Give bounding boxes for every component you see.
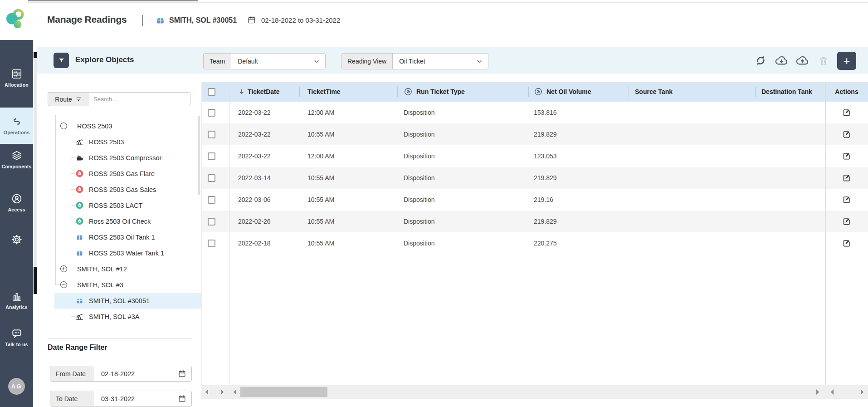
plus-circle-icon[interactable] [59,265,68,273]
tank-icon [75,233,84,241]
scroll-left-arrow[interactable] [205,389,208,395]
from-date-input[interactable]: 02-18-2022 [93,370,178,378]
pumpjack-icon [75,312,84,321]
row-checkbox[interactable] [208,196,215,204]
cell-destination-tank [755,232,825,254]
cell-ticketdate: 2022-02-26 [229,211,299,232]
tree-item-ross-2503-water-tank-1[interactable]: ROSS 2503 Water Tank 1 [37,245,201,261]
sidebar-item-access[interactable]: Access [0,193,33,229]
sidebar-item-gear[interactable] [0,234,33,254]
column-header-net-oil-volume[interactable]: Net Oil Volume [528,82,629,102]
app-logo[interactable] [5,6,26,33]
team-select[interactable]: Team Default [203,53,326,69]
scroll-left-arrow[interactable] [831,389,834,395]
horizontal-scrollbar[interactable] [202,385,868,399]
search-input[interactable] [89,92,190,106]
sidebar-item-components[interactable]: Components [0,150,33,186]
tree-item-smith-sol-3[interactable]: SMITH, SOL #3 [37,277,201,293]
tree-item-ross-2503-oil-check[interactable]: Ross 2503 Oil Check [37,213,201,229]
column-header-tickettime[interactable]: TicketTime [299,82,397,102]
row-checkbox[interactable] [208,174,215,182]
scroll-right-arrow[interactable] [861,389,863,395]
header-date-range[interactable]: 02-18-2022 to 03-31-2022 [261,16,340,24]
minus-circle-icon[interactable] [59,280,68,289]
horizontal-scrollbar-thumb[interactable] [240,387,327,397]
column-header-actions[interactable]: Actions [825,82,868,102]
row-checkbox[interactable] [208,240,215,247]
calendar-icon[interactable] [178,369,186,378]
edit-row-button[interactable] [841,172,853,184]
row-checkbox[interactable] [208,109,215,117]
tree-item-ross-2503-compressor[interactable]: ROSS 2503 Compressor [37,150,201,166]
delete-button[interactable] [818,54,829,67]
scroll-right-arrow[interactable] [221,389,224,395]
row-checkbox[interactable] [208,131,215,138]
edit-row-button[interactable] [841,237,853,249]
tree-item-smith-sol-12[interactable]: SMITH, SOL #12 [37,261,201,277]
to-date-field[interactable]: To Date 03-31-2022 [50,391,192,407]
top-divider [28,2,868,3]
cloud-download-button[interactable] [774,54,789,67]
sidebar-item-allocation[interactable]: Allocation [0,68,33,104]
sidebar-item-analytics[interactable]: Analytics [0,290,33,327]
scroll-left-arrow[interactable] [234,389,236,395]
tree-item-ross-2503-oil-tank-1[interactable]: ROSS 2503 Oil Tank 1 [37,229,201,245]
tank-icon [75,296,84,305]
sidebar-item-talk-to-us[interactable]: Talk to us [0,328,33,364]
edit-icon [842,216,852,226]
table-row[interactable]: 2022-03-2212:00 AMDisposition123.053 [202,145,868,167]
table-row[interactable]: 2022-02-1810:55 AMDisposition220.275 [202,232,868,254]
scroll-right-arrow[interactable] [816,389,819,395]
row-checkbox[interactable] [208,218,215,226]
cell-run-ticket-type: Disposition [397,189,528,211]
select-all-checkbox[interactable] [208,88,215,96]
edit-row-button[interactable] [841,128,853,140]
to-date-input[interactable]: 03-31-2022 [93,395,178,402]
tree-item-ross-2503-lact[interactable]: ROSS 2503 LACT [37,197,201,213]
vertical-scrollbar[interactable] [34,52,37,294]
edit-row-button[interactable] [841,216,853,227]
tree-item-label: Ross 2503 Oil Check [89,218,151,225]
row-checkbox[interactable] [208,152,215,160]
tree-item-ross-2503[interactable]: ROSS 2503 [37,118,201,134]
sort-desc-icon[interactable] [238,88,245,95]
edit-row-button[interactable] [841,194,853,206]
avatar[interactable]: AG [8,378,25,395]
tree-item-ross-2503[interactable]: ROSS 2503 [37,134,201,150]
route-selector[interactable]: Route [48,92,89,106]
tree-item-smith-sol-3a[interactable]: SMITH, SOL #3A [37,309,201,324]
refresh-button[interactable] [754,54,767,67]
tree-item-ross-2503-gas-flare[interactable]: ROSS 2503 Gas Flare [37,166,201,181]
explore-filter-button[interactable] [54,53,69,68]
group-column-icon[interactable] [404,87,413,96]
table-row[interactable]: 2022-02-2610:55 AMDisposition219.829 [202,211,868,232]
column-header-ticketdate[interactable]: TicketDate [229,82,299,102]
cell-destination-tank [755,211,825,232]
table-row[interactable]: 2022-03-2210:55 AMDisposition219.829 [202,123,868,145]
reading-view-select[interactable]: Reading View Oil Ticket [341,53,488,69]
checkbox-column-border [229,82,229,399]
calendar-icon[interactable] [178,394,186,403]
tree-item-smith-sol-30051[interactable]: SMITH, SOL #30051 [37,293,201,309]
column-header-destination-tank[interactable]: Destination Tank [755,82,825,102]
edit-row-button[interactable] [841,107,853,118]
table-row[interactable]: 2022-03-1410:55 AMDisposition219.829 [202,167,868,189]
tree-scrollbar-thumb[interactable] [198,116,200,195]
edit-row-button[interactable] [841,150,853,162]
facility-name[interactable]: SMITH, SOL #30051 [169,16,237,25]
add-reading-button[interactable]: + [837,52,856,70]
from-date-field[interactable]: From Date 02-18-2022 [50,366,192,382]
cloud-upload-button[interactable] [795,54,810,67]
tree-item-label: ROSS 2503 Water Tank 1 [89,250,164,257]
meter-icon [75,217,84,226]
sidebar-item-operations[interactable]: Operations [0,108,33,144]
vertical-scrollbar-thumb[interactable] [34,58,37,267]
trash-icon [818,54,829,67]
minus-circle-icon[interactable] [59,122,68,130]
table-row[interactable]: 2022-03-0610:55 AMDisposition219.16 [202,189,868,211]
table-row[interactable]: 2022-03-2212:00 AMDisposition153.816 [202,102,868,123]
column-header-run-ticket-type[interactable]: Run Ticket Type [397,82,528,102]
group-column-icon[interactable] [534,87,543,96]
tree-item-ross-2503-gas-sales[interactable]: ROSS 2503 Gas Sales [37,181,201,197]
column-header-source-tank[interactable]: Source Tank [629,82,755,102]
